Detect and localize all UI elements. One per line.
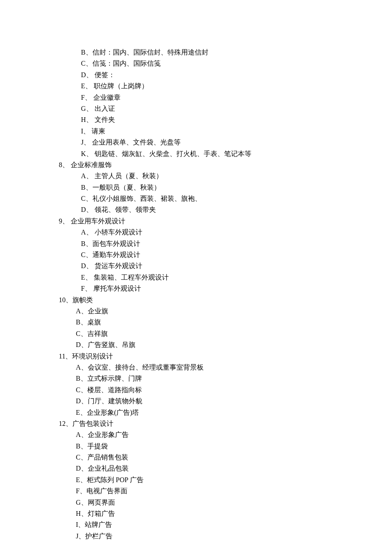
list-item: A、 主管人员（夏、秋装） (59, 171, 392, 182)
list-item: B、面包车外观设计 (59, 238, 392, 249)
list-item: E、企业形象(广告)塔 (59, 407, 392, 418)
list-item: D、门厅、建筑物外貌 (59, 396, 392, 407)
list-item: C、通勤车外观设计 (59, 249, 392, 260)
list-item: D、广告竖旗、吊旗 (59, 339, 392, 350)
list-item: J、护栏广告 (59, 531, 392, 542)
list-item: C、楼层、道路指向标 (59, 384, 392, 396)
list-item: 11、环境识别设计 (59, 351, 392, 362)
list-item: 12、广告包装设计 (59, 418, 392, 429)
list-item: B、立式标示牌、门牌 (59, 373, 392, 384)
list-item: C、礼仪小姐服饰、西装、裙装、旗袍、 (59, 193, 392, 204)
list-item: C、信笺：国内、国际信笺 (59, 58, 392, 69)
document-content: B、信封：国内、国际信封、特殊用途信封C、信笺：国内、国际信笺D、 便签：E、 … (0, 47, 392, 542)
list-item: E、柜式陈列 POP 广告 (59, 474, 392, 486)
list-item: I、站牌广告 (59, 519, 392, 530)
list-item: 10、旗帜类 (59, 295, 392, 306)
list-item: D、 便签： (59, 69, 392, 81)
list-item: 8、 企业标准服饰 (59, 159, 392, 171)
list-item: C、吉祥旗 (59, 328, 392, 339)
list-item: E、 集装箱、工程车外观设计 (59, 272, 392, 283)
list-item: F、 摩托车外观设计 (59, 283, 392, 294)
list-item: F、电视广告界面 (59, 486, 392, 497)
list-item: E、 职位牌（上岗牌） (59, 81, 392, 92)
list-item: D、企业礼品包装 (59, 463, 392, 474)
list-item: K、 钥匙链、烟灰缸、火柴盒、打火机、手表、笔记本等 (59, 148, 392, 159)
list-item: A、 小轿车外观设计 (59, 227, 392, 238)
list-item: 9、 企业用车外观设计 (59, 216, 392, 227)
list-item: D、 领花、领带、领带夹 (59, 204, 392, 215)
list-item: A、会议室、接待台、经理或董事室背景板 (59, 362, 392, 373)
list-item: H、 文件夹 (59, 114, 392, 125)
list-item: F、 企业徽章 (59, 92, 392, 103)
list-item: H、灯箱广告 (59, 508, 392, 519)
list-item: A、企业旗 (59, 306, 392, 317)
list-item: C、产品销售包装 (59, 452, 392, 463)
list-item: B、一般职员（夏、秋装） (59, 182, 392, 193)
list-item: B、桌旗 (59, 317, 392, 328)
list-item: I、 请柬 (59, 126, 392, 137)
list-item: G、 出入证 (59, 103, 392, 114)
list-item: B、手提袋 (59, 441, 392, 452)
list-item: B、信封：国内、国际信封、特殊用途信封 (59, 47, 392, 58)
list-item: A、企业形象广告 (59, 429, 392, 440)
list-item: D、 货运车外观设计 (59, 260, 392, 272)
list-item: J、 企业用表单、文件袋、光盘等 (59, 137, 392, 148)
list-item: G、网页界面 (59, 497, 392, 508)
